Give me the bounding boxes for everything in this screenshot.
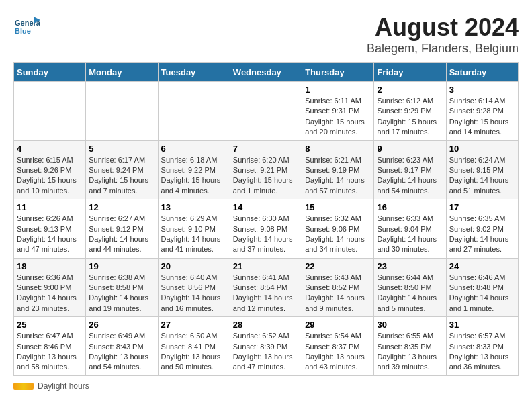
day-info: Sunrise: 6:20 AM Sunset: 9:21 PM Dayligh… <box>233 155 299 197</box>
day-number: 29 <box>305 320 371 330</box>
day-number: 16 <box>377 202 443 212</box>
day-number: 15 <box>305 202 371 212</box>
month-year-title: August 2024 <box>367 13 519 42</box>
calendar-cell: 29Sunrise: 6:54 AM Sunset: 8:37 PM Dayli… <box>302 317 374 376</box>
day-number: 21 <box>233 261 299 271</box>
calendar-cell: 17Sunrise: 6:35 AM Sunset: 9:02 PM Dayli… <box>446 199 518 259</box>
day-number: 25 <box>17 320 83 330</box>
day-info: Sunrise: 6:40 AM Sunset: 8:56 PM Dayligh… <box>161 273 227 314</box>
calendar-cell: 4Sunrise: 6:15 AM Sunset: 9:26 PM Daylig… <box>14 140 86 199</box>
calendar-cell: 9Sunrise: 6:23 AM Sunset: 9:17 PM Daylig… <box>374 140 446 199</box>
day-info: Sunrise: 6:44 AM Sunset: 8:50 PM Dayligh… <box>377 273 443 314</box>
location-subtitle: Balegem, Flanders, Belgium <box>367 42 519 56</box>
calendar-table: SundayMondayTuesdayWednesdayThursdayFrid… <box>13 62 519 376</box>
page-header: General Blue August 2024 Balegem, Flande… <box>13 13 519 56</box>
day-info: Sunrise: 6:57 AM Sunset: 8:33 PM Dayligh… <box>449 331 515 373</box>
day-info: Sunrise: 6:36 AM Sunset: 9:00 PM Dayligh… <box>17 273 83 314</box>
calendar-header-thursday: Thursday <box>302 63 374 82</box>
calendar-week-row: 25Sunrise: 6:47 AM Sunset: 8:46 PM Dayli… <box>14 317 519 376</box>
calendar-cell: 7Sunrise: 6:20 AM Sunset: 9:21 PM Daylig… <box>230 140 302 199</box>
day-number: 12 <box>89 202 154 212</box>
day-info: Sunrise: 6:24 AM Sunset: 9:15 PM Dayligh… <box>449 155 515 197</box>
day-number: 28 <box>233 320 299 330</box>
day-number: 13 <box>161 202 227 212</box>
day-info: Sunrise: 6:14 AM Sunset: 9:28 PM Dayligh… <box>449 96 515 138</box>
calendar-cell <box>14 82 86 141</box>
day-number: 17 <box>449 202 515 212</box>
day-number: 4 <box>17 144 83 154</box>
day-info: Sunrise: 6:30 AM Sunset: 9:08 PM Dayligh… <box>233 214 299 255</box>
calendar-cell <box>86 82 158 141</box>
calendar-header-sunday: Sunday <box>14 63 86 82</box>
calendar-cell: 6Sunrise: 6:18 AM Sunset: 9:22 PM Daylig… <box>158 140 230 199</box>
calendar-week-row: 4Sunrise: 6:15 AM Sunset: 9:26 PM Daylig… <box>14 140 519 199</box>
day-number: 3 <box>449 85 515 95</box>
day-number: 9 <box>377 144 443 154</box>
calendar-cell: 18Sunrise: 6:36 AM Sunset: 9:00 PM Dayli… <box>14 258 86 317</box>
calendar-cell: 14Sunrise: 6:30 AM Sunset: 9:08 PM Dayli… <box>230 199 302 259</box>
calendar-cell: 23Sunrise: 6:44 AM Sunset: 8:50 PM Dayli… <box>374 258 446 317</box>
day-info: Sunrise: 6:26 AM Sunset: 9:13 PM Dayligh… <box>17 214 83 255</box>
day-number: 19 <box>89 261 154 271</box>
day-number: 26 <box>89 320 154 330</box>
calendar-header-tuesday: Tuesday <box>158 63 230 82</box>
day-number: 20 <box>161 261 227 271</box>
day-number: 22 <box>305 261 371 271</box>
calendar-cell <box>230 82 302 141</box>
calendar-cell: 27Sunrise: 6:50 AM Sunset: 8:41 PM Dayli… <box>158 317 230 376</box>
calendar-week-row: 11Sunrise: 6:26 AM Sunset: 9:13 PM Dayli… <box>14 199 519 259</box>
day-info: Sunrise: 6:17 AM Sunset: 9:24 PM Dayligh… <box>89 155 154 197</box>
day-number: 8 <box>305 144 371 154</box>
day-number: 7 <box>233 144 299 154</box>
calendar-cell: 25Sunrise: 6:47 AM Sunset: 8:46 PM Dayli… <box>14 317 86 376</box>
day-info: Sunrise: 6:11 AM Sunset: 9:31 PM Dayligh… <box>305 96 371 138</box>
calendar-cell: 31Sunrise: 6:57 AM Sunset: 8:33 PM Dayli… <box>446 317 518 376</box>
calendar-cell: 10Sunrise: 6:24 AM Sunset: 9:15 PM Dayli… <box>446 140 518 199</box>
day-info: Sunrise: 6:54 AM Sunset: 8:37 PM Dayligh… <box>305 331 371 373</box>
calendar-cell: 28Sunrise: 6:52 AM Sunset: 8:39 PM Dayli… <box>230 317 302 376</box>
day-info: Sunrise: 6:27 AM Sunset: 9:12 PM Dayligh… <box>89 214 154 255</box>
calendar-cell: 8Sunrise: 6:21 AM Sunset: 9:19 PM Daylig… <box>302 140 374 199</box>
day-number: 11 <box>17 202 83 212</box>
day-info: Sunrise: 6:38 AM Sunset: 8:58 PM Dayligh… <box>89 273 154 314</box>
day-info: Sunrise: 6:49 AM Sunset: 8:43 PM Dayligh… <box>89 331 154 373</box>
day-number: 2 <box>377 85 443 95</box>
daylight-bar-icon <box>13 383 34 390</box>
calendar-header-monday: Monday <box>86 63 158 82</box>
day-info: Sunrise: 6:33 AM Sunset: 9:04 PM Dayligh… <box>377 214 443 255</box>
day-number: 30 <box>377 320 443 330</box>
logo-icon: General Blue <box>13 13 40 40</box>
day-number: 14 <box>233 202 299 212</box>
calendar-cell: 5Sunrise: 6:17 AM Sunset: 9:24 PM Daylig… <box>86 140 158 199</box>
title-block: August 2024 Balegem, Flanders, Belgium <box>367 13 519 56</box>
day-number: 27 <box>161 320 227 330</box>
calendar-week-row: 1Sunrise: 6:11 AM Sunset: 9:31 PM Daylig… <box>14 82 519 141</box>
day-info: Sunrise: 6:12 AM Sunset: 9:29 PM Dayligh… <box>377 96 443 138</box>
day-info: Sunrise: 6:47 AM Sunset: 8:46 PM Dayligh… <box>17 331 83 373</box>
day-number: 18 <box>17 261 83 271</box>
day-info: Sunrise: 6:23 AM Sunset: 9:17 PM Dayligh… <box>377 155 443 197</box>
calendar-cell: 1Sunrise: 6:11 AM Sunset: 9:31 PM Daylig… <box>302 82 374 141</box>
calendar-cell: 15Sunrise: 6:32 AM Sunset: 9:06 PM Dayli… <box>302 199 374 259</box>
calendar-header-saturday: Saturday <box>446 63 518 82</box>
calendar-cell: 30Sunrise: 6:55 AM Sunset: 8:35 PM Dayli… <box>374 317 446 376</box>
calendar-header-row: SundayMondayTuesdayWednesdayThursdayFrid… <box>14 63 519 82</box>
day-info: Sunrise: 6:29 AM Sunset: 9:10 PM Dayligh… <box>161 214 227 255</box>
day-info: Sunrise: 6:46 AM Sunset: 8:48 PM Dayligh… <box>449 273 515 314</box>
calendar-cell: 2Sunrise: 6:12 AM Sunset: 9:29 PM Daylig… <box>374 82 446 141</box>
calendar-week-row: 18Sunrise: 6:36 AM Sunset: 9:00 PM Dayli… <box>14 258 519 317</box>
day-info: Sunrise: 6:18 AM Sunset: 9:22 PM Dayligh… <box>161 155 227 197</box>
day-info: Sunrise: 6:50 AM Sunset: 8:41 PM Dayligh… <box>161 331 227 373</box>
calendar-cell: 13Sunrise: 6:29 AM Sunset: 9:10 PM Dayli… <box>158 199 230 259</box>
day-info: Sunrise: 6:52 AM Sunset: 8:39 PM Dayligh… <box>233 331 299 373</box>
calendar-cell: 24Sunrise: 6:46 AM Sunset: 8:48 PM Dayli… <box>446 258 518 317</box>
calendar-cell: 16Sunrise: 6:33 AM Sunset: 9:04 PM Dayli… <box>374 199 446 259</box>
logo: General Blue <box>13 13 43 40</box>
day-number: 6 <box>161 144 227 154</box>
day-number: 1 <box>305 85 371 95</box>
daylight-label: Daylight hours <box>38 381 89 391</box>
day-number: 31 <box>449 320 515 330</box>
day-number: 5 <box>89 144 154 154</box>
day-number: 10 <box>449 144 515 154</box>
day-info: Sunrise: 6:32 AM Sunset: 9:06 PM Dayligh… <box>305 214 371 255</box>
